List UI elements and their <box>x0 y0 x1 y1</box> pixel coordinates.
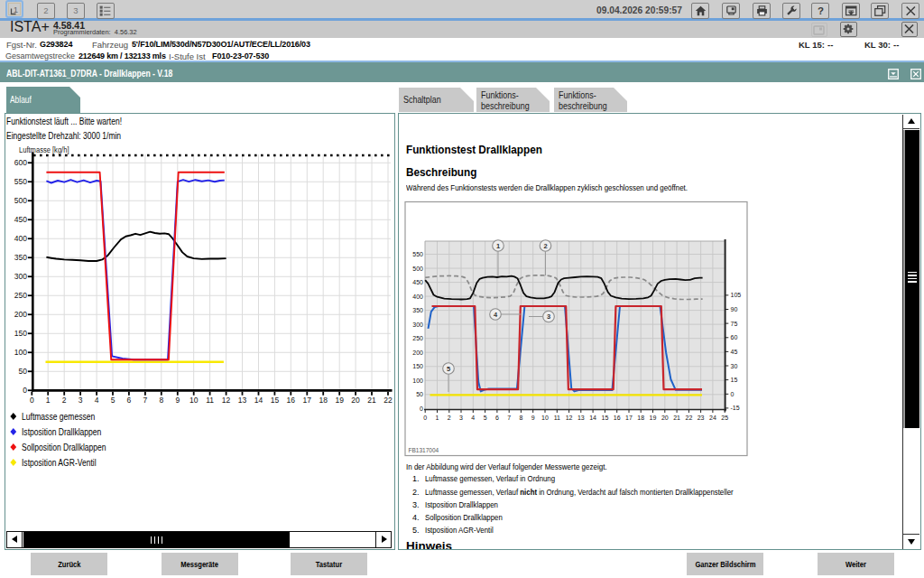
svg-text:?: ? <box>817 5 823 16</box>
